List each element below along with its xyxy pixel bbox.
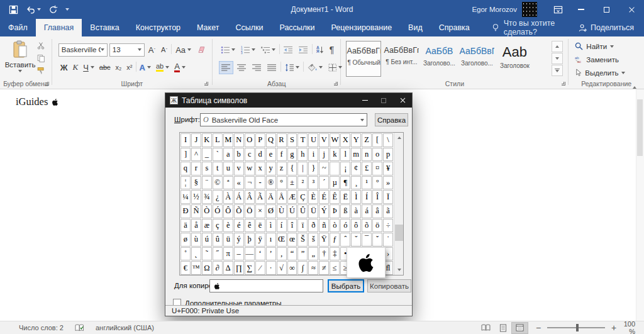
charmap-cell[interactable]: Q [266, 133, 276, 147]
charmap-cell[interactable]: c [245, 148, 255, 162]
decrease-indent-button[interactable] [282, 43, 295, 57]
charmap-cell[interactable]: Ô [223, 204, 233, 218]
charmap-cell[interactable]: ˛ [191, 247, 201, 261]
charmap-cell[interactable]: [ [372, 133, 382, 147]
charmap-cell[interactable]: ‚ [277, 247, 287, 261]
collapse-ribbon-button[interactable] [633, 77, 636, 86]
charmap-cell[interactable]: ” [297, 247, 308, 261]
charmap-cell[interactable]: o [372, 148, 382, 162]
charmap-cell[interactable]: u [223, 162, 233, 175]
tab-mailings[interactable]: Рассылки [271, 19, 323, 36]
charmap-cell[interactable]: b [234, 148, 244, 162]
superscript-button[interactable]: x² [125, 61, 134, 74]
charmap-cell[interactable]: f [277, 148, 287, 162]
charmap-cell[interactable]: Ð [180, 204, 191, 218]
charmap-cell[interactable]: ç [213, 219, 223, 233]
charmap-cell[interactable]: ~ [319, 162, 329, 175]
charmap-cell[interactable]: § [191, 176, 201, 190]
charmap-cell[interactable]: ò [330, 219, 340, 233]
style-normal[interactable]: АаБбВвГг,¶ Обычный [346, 41, 381, 77]
charmap-cell[interactable]: û [213, 233, 223, 247]
charmap-cell[interactable]: Ó [213, 204, 223, 218]
charmap-cell[interactable]: Ú [287, 204, 297, 218]
charmap-cell[interactable]: ê [245, 219, 255, 233]
print-layout-button[interactable] [494, 322, 511, 334]
charmap-cell[interactable]: z [277, 162, 287, 175]
charmap-cell[interactable]: ì [266, 219, 276, 233]
styles-scroll-down-button[interactable] [552, 53, 563, 64]
charmap-cell[interactable]: — [245, 247, 255, 261]
charmap-cell[interactable]: þ [245, 233, 255, 247]
charmap-cell[interactable]: ¾ [202, 190, 212, 204]
save-button[interactable] [9, 5, 18, 14]
style-title[interactable]: АabЗаголовок [497, 41, 532, 77]
charmap-cell[interactable]: e [266, 148, 276, 162]
charmap-cell[interactable]: ô [351, 219, 361, 233]
highlight-button[interactable]: ab [154, 61, 171, 74]
charmap-cell[interactable]: ß [340, 204, 350, 218]
charmap-cell[interactable]: g [287, 148, 297, 162]
charmap-cell[interactable]: € [180, 261, 191, 275]
account-avatar[interactable] [522, 2, 537, 17]
charmap-cell[interactable]: – [234, 247, 244, 261]
charmap-cell[interactable]: ¿ [213, 190, 223, 204]
charmap-cell[interactable]: é [234, 219, 244, 233]
strikethrough-button[interactable]: abc [97, 61, 113, 74]
charmap-cell[interactable]: Y [351, 133, 361, 147]
dialog-titlebar[interactable]: Ж Таблица символов [165, 93, 412, 108]
charmap-cell[interactable]: ¡ [340, 162, 350, 175]
charmap-cell[interactable]: ¹ [362, 176, 372, 190]
font-color-button[interactable]: А [172, 61, 187, 74]
charmap-cell[interactable]: Î [372, 190, 382, 204]
charmap-cell[interactable]: Ç [297, 190, 308, 204]
charmap-cell[interactable]: ä [180, 219, 191, 233]
charmap-cell[interactable]: ² [297, 176, 308, 190]
charmap-cell[interactable]: Å [277, 190, 287, 204]
styles-scroll-up-button[interactable] [552, 41, 563, 52]
charmap-cell[interactable]: î [287, 219, 297, 233]
charmap-cell[interactable]: ¦ [180, 176, 191, 190]
charmap-cell[interactable]: Œ [277, 233, 287, 247]
charmap-cell[interactable]: V [319, 133, 329, 147]
charmap-cell[interactable]: X [340, 133, 350, 147]
charmap-cell[interactable]: ’ [266, 247, 276, 261]
italic-button[interactable]: К [71, 61, 80, 74]
text-effects-button[interactable]: А [138, 61, 153, 74]
numbering-button[interactable]: 123 [239, 43, 257, 57]
charmap-cell[interactable]: Ø [266, 204, 276, 218]
charmap-cell[interactable]: æ [202, 219, 212, 233]
charmap-cell[interactable]: J [191, 133, 201, 147]
close-button[interactable] [619, 0, 644, 19]
dialog-maximize-button[interactable] [374, 93, 393, 108]
zoom-out-button[interactable]: − [535, 323, 542, 333]
charmap-cell[interactable]: ó [340, 219, 350, 233]
charmap-cell[interactable]: ¥ [383, 162, 393, 175]
charmap-cell[interactable]: π [223, 247, 233, 261]
tab-review[interactable]: Рецензирование [323, 19, 401, 36]
charmap-cell[interactable]: Ò [202, 204, 212, 218]
charmap-cell[interactable]: q [180, 162, 191, 175]
charmap-cell[interactable]: ù [191, 233, 201, 247]
style-heading2[interactable]: АаБбВвГЗаголово... [459, 41, 494, 77]
charmap-cell[interactable]: ∆ [223, 261, 233, 275]
charmap-cell[interactable]: Z [362, 133, 372, 147]
charmap-cell[interactable]: ^ [191, 148, 201, 162]
charmap-cell[interactable]: ø [180, 233, 191, 247]
tab-view[interactable]: Вид [400, 19, 431, 36]
charmap-scrollbar[interactable] [394, 133, 403, 275]
undo-dropdown-caret[interactable] [37, 8, 41, 11]
charmap-cell[interactable]: ∫ [297, 261, 308, 275]
proofing-status[interactable] [69, 321, 90, 334]
charmap-cell[interactable]: ¶ [340, 176, 350, 190]
charmap-cell[interactable]: ‡ [330, 247, 340, 261]
shrink-font-button[interactable]: Аˇ [159, 43, 169, 57]
charmap-cell[interactable]: P [255, 133, 265, 147]
tab-home[interactable]: Главная [36, 19, 82, 36]
charmap-cell[interactable]: » [383, 176, 393, 190]
charmap-cell[interactable]: Ì [351, 190, 361, 204]
font-name-combo[interactable]: Baskerville O [58, 43, 108, 57]
charmap-cell[interactable]: w [245, 162, 255, 175]
paste-button[interactable]: Вставить [5, 40, 35, 82]
charmap-cell[interactable]: ü [223, 233, 233, 247]
charmap-cell[interactable]: ã [383, 204, 393, 218]
